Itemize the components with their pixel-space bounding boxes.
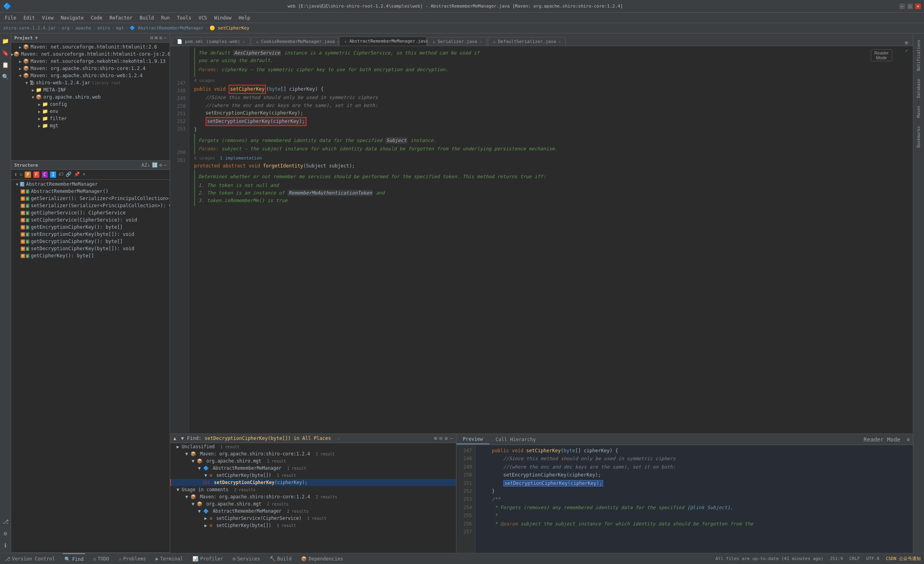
info-icon[interactable]: ℹ [1, 541, 10, 550]
close-find-icon[interactable]: — [450, 436, 453, 441]
hide-icon[interactable]: — [164, 35, 167, 41]
structure-getDecKey[interactable]: m p getDecryptionCipherKey(): byte[] [11, 238, 170, 245]
expand-arrow[interactable]: ▶ [37, 102, 42, 107]
menu-tools[interactable]: Tools [174, 14, 194, 21]
expand-arrow[interactable]: ▶ [30, 88, 36, 92]
find-group-mgt-comments[interactable]: ▼ 📦 org.apache.shiro.mgt 2 results [170, 500, 456, 508]
toggle-btn2[interactable]: F [33, 171, 39, 178]
tree-item-meta-inf[interactable]: ▶ 📁 META-INF [11, 86, 170, 93]
structure-icon[interactable]: 📋 [1, 60, 10, 69]
expand-arrow[interactable]: ▶ [17, 45, 23, 49]
toggle-btn8[interactable]: ⬆ [82, 171, 85, 178]
tree-item-shiro-core[interactable]: ▶ 📦 Maven: org.apache.shiro:shiro-core:1… [11, 65, 170, 72]
find-result-line-251[interactable]: 251 setDecryptionCipherKey(cipherKey); [170, 479, 456, 486]
structure-constructor[interactable]: m p AbstractRememberMeManager() [11, 188, 170, 195]
close-button[interactable]: ✕ [915, 4, 921, 9]
sort-type-icon[interactable]: 🔢 [152, 162, 158, 168]
collapse-icon[interactable]: ⊟ [150, 35, 153, 41]
menu-view[interactable]: View [39, 14, 57, 21]
menu-window[interactable]: Window [211, 14, 235, 21]
menu-navigate[interactable]: Navigate [58, 14, 87, 21]
reader-mode-right-btn[interactable]: Reader Mode [860, 436, 904, 443]
menu-edit[interactable]: Edit [20, 14, 38, 21]
profiler-tab[interactable]: 📊 Profiler [191, 553, 225, 564]
sort-alpha-icon[interactable]: AZ↓ [142, 162, 150, 168]
dependencies-tab[interactable]: 📦 Dependencies [299, 553, 345, 564]
structure-setDecKey[interactable]: m p setDecryptionCipherKey(byte[]): void [11, 245, 170, 252]
find-group-class-comments[interactable]: ▼ 🔷 AbstractRememberMeManager 2 results [170, 508, 456, 515]
tab-close-default-serializer[interactable]: ✕ [558, 39, 561, 44]
structure-getCipherService[interactable]: m p getCipherService(): CipherService [11, 209, 170, 216]
find-group-setCipherService[interactable]: ▶ ⚙ setCipherService(CipherService) 1 re… [170, 515, 456, 522]
expand-arrow[interactable]: ▶ [17, 66, 23, 71]
expand-arrow[interactable]: ▼ [24, 81, 29, 85]
tree-item-htmlunit-corejs[interactable]: ▶ 📦 Maven: net.sourceforge.htmlunit:html… [11, 51, 170, 58]
structure-getEncKey[interactable]: m p getEncryptionCipherKey(): byte[] [11, 224, 170, 231]
tree-item-filter[interactable]: ▶ 📁 filter [11, 115, 170, 122]
tab-close-serializer[interactable]: ✕ [479, 39, 482, 44]
structure-class[interactable]: ▼ C AbstractRememberMeManager [11, 181, 170, 188]
find-group-setCipherKey-comments[interactable]: ▶ ⚙ setCipherKey(byte[]) 1 result [170, 522, 456, 529]
settings-find-icon[interactable]: ⚙ [445, 436, 448, 441]
bookmarks-icon[interactable]: 🔖 [1, 49, 10, 57]
find-group-class[interactable]: ▼ 🔷 AbstractRememberMeManager 1 result [170, 465, 456, 472]
expand-icon[interactable]: ⊞ [155, 35, 157, 41]
expand-arrow[interactable]: ▶ [17, 59, 23, 64]
tab-serializer[interactable]: ☕ Serializer.java ✕ [427, 37, 487, 46]
find-group-unclassified[interactable]: ▶ Unclassified 1 result [170, 443, 456, 450]
expand-arrow[interactable]: ▶ [37, 117, 42, 121]
settings-panel-icon[interactable]: ⚙ [159, 35, 162, 41]
toggle-btn4[interactable]: I [50, 171, 56, 178]
toggle-btn5[interactable]: 🏷 [58, 171, 63, 178]
problems-tab[interactable]: ⚠ Problems [117, 553, 148, 564]
structure-getCipherKey[interactable]: m p getCipherKey(): byte[] [11, 252, 170, 259]
toggle-btn[interactable]: P [25, 171, 31, 178]
menu-vcs[interactable]: VCS [195, 14, 210, 21]
expand-arrow[interactable]: ▶ [37, 124, 42, 128]
maven-tab[interactable]: Maven [915, 103, 922, 121]
tree-item-mgt[interactable]: ▶ 📁 mgt [11, 122, 170, 129]
preview-tab[interactable]: Preview [456, 435, 489, 444]
menu-file[interactable]: File [2, 14, 19, 21]
breadcrumb-apache[interactable]: apache [76, 25, 91, 31]
services-tab[interactable]: ⚙ Services [231, 553, 262, 564]
menu-run[interactable]: Run [158, 14, 173, 21]
breadcrumb-class[interactable]: 🔷 AbstractRememberMeManager [130, 25, 204, 31]
minimize-button[interactable]: — [899, 4, 905, 9]
find-group-method[interactable]: ▼ ⚙ setCipherKey(byte[]) 1 result [170, 472, 456, 479]
settings-icon[interactable]: ⚙ [1, 529, 10, 538]
find-group-maven-core-comments[interactable]: ▼ 📦 Maven: org.apache.shiro:shiro-core:1… [170, 493, 456, 500]
find-group-mgt[interactable]: ▼ 📦 org.apache.shiro.mgt 1 result [170, 457, 456, 465]
tab-overflow-icon[interactable]: ≡ [902, 39, 911, 46]
filter-btn[interactable]: ↕ [14, 171, 17, 178]
tree-item-config[interactable]: ▶ 📁 config [11, 101, 170, 108]
menu-refactor[interactable]: Refactor [106, 14, 136, 21]
toggle-btn6[interactable]: 🔗 [66, 171, 72, 178]
collapse-all-icon[interactable]: ⊟ [439, 436, 442, 441]
search-icon[interactable]: 🔍 [1, 72, 10, 81]
tab-default-serializer[interactable]: ☕ DefaultSerializer.java ✕ [488, 37, 566, 46]
tab-abstract[interactable]: ☕ AbstractRememberMeManager.java ✕ [339, 37, 427, 46]
expand-arrow[interactable]: ▼ [30, 95, 36, 99]
notifications-tab[interactable]: Notifications [915, 37, 922, 74]
breadcrumb-jar[interactable]: shiro-core-1.2.4.jar [3, 25, 56, 31]
toggle-btn7[interactable]: 📌 [74, 171, 80, 178]
project-dropdown-icon[interactable]: ▼ [35, 35, 38, 41]
version-control-tab[interactable]: ⎇ Version Control [3, 553, 56, 564]
find-group-comments[interactable]: ▼ Usage in comments 2 results [170, 486, 456, 493]
todo-tab[interactable]: ☑ TODO [91, 553, 111, 564]
find-panel-arrows-down[interactable]: ▼ [181, 436, 184, 441]
structure-setSerializer[interactable]: m p setSerializer(Serializer<PrincipalCo… [11, 202, 170, 209]
structure-setCipherService[interactable]: m p setCipherService(CipherService): voi… [11, 216, 170, 224]
database-tab[interactable]: Database [915, 76, 922, 101]
expand-all-icon[interactable]: ⊞ [434, 436, 437, 441]
structure-setEncKey[interactable]: m p setEncryptionCipherKey(byte[]): void [11, 231, 170, 238]
git-icon[interactable]: ⎇ [1, 517, 10, 526]
call-hierarchy-tab[interactable]: Call Hierarchy [489, 435, 542, 444]
tree-item-env[interactable]: ▶ 📁 env [11, 108, 170, 115]
expand-arrow-shiro-web[interactable]: ▼ [17, 74, 23, 78]
settings-structure-icon[interactable]: ⚙ [159, 162, 162, 168]
refresh-btn[interactable]: ↻ [19, 171, 22, 178]
menu-code[interactable]: Code [88, 14, 106, 21]
build-tab[interactable]: 🔨 Build [268, 553, 293, 564]
